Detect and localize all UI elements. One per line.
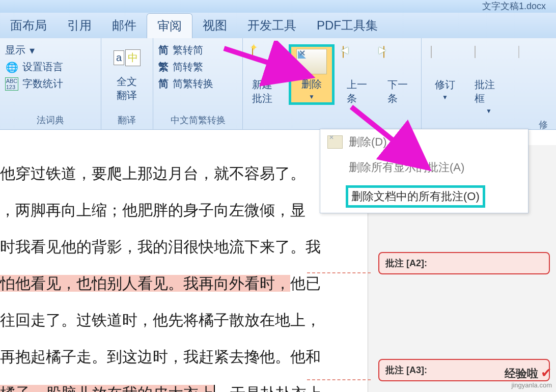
- tab-pdf[interactable]: PDF工具集: [307, 13, 388, 38]
- group-label-convert: 中文简繁转换: [158, 112, 237, 129]
- window-title: 文字文稿1.docx: [482, 0, 546, 13]
- delete-icon: [296, 49, 327, 74]
- group-convert: 简繁转简 繁简转繁 简简繁转换 中文简繁转换: [153, 38, 243, 129]
- dd-delete-all-wrap: 删除文档中的所有批注(O): [320, 180, 528, 213]
- track-changes-button[interactable]: 修订 ▼: [427, 44, 463, 117]
- prev-comment-button[interactable]: 上一 条: [339, 44, 375, 107]
- show-markup[interactable]: 显示▾: [5, 43, 63, 57]
- simp-trad-convert[interactable]: 简简繁转换: [158, 77, 213, 91]
- comment-a2[interactable]: 批注 [A2]:: [378, 252, 550, 274]
- trad-to-simp[interactable]: 简繁转简: [158, 43, 213, 57]
- ribbon-tabs: 面布局 引用 邮件 审阅 视图 开发工具 PDF工具集: [0, 13, 556, 38]
- highlight-delete: 删除 ▼: [289, 44, 335, 105]
- comment-connector: [307, 379, 371, 380]
- tab-layout[interactable]: 面布局: [0, 13, 57, 38]
- next-comment-button[interactable]: 下一 条: [379, 44, 416, 107]
- balloons-button[interactable]: 批注框 ▼: [470, 44, 507, 117]
- delete-dropdown: 删除(D) 删除所有显示的批注(A) 删除文档中的所有批注(O): [320, 129, 529, 213]
- simp-to-trad[interactable]: 繁简转繁: [158, 60, 213, 74]
- track-icon: [431, 46, 459, 75]
- translate-button[interactable]: a 中 全文 翻译: [108, 41, 145, 112]
- set-language[interactable]: 🌐 设置语言: [5, 60, 63, 74]
- translate-icon: a 中: [113, 43, 141, 72]
- group-proofing: 显示▾ 🌐 设置语言 ABC123 字数统计 法词典: [0, 38, 101, 129]
- doc-icon: [518, 46, 547, 75]
- comment-connector: [307, 272, 371, 273]
- chevron-down-icon: ▼: [442, 94, 448, 101]
- prev-icon: [343, 46, 371, 75]
- ribbon: 显示▾ 🌐 设置语言 ABC123 字数统计 法词典 a 中 全文 翻译: [0, 38, 556, 130]
- chevron-down-icon: ▼: [309, 93, 315, 100]
- group-translate: a 中 全文 翻译 翻译: [101, 38, 154, 129]
- next-icon: [383, 46, 412, 75]
- tab-devtools[interactable]: 开发工具: [237, 13, 307, 38]
- tab-review[interactable]: 审阅: [147, 13, 192, 38]
- check-icon: ✔: [541, 365, 552, 380]
- chevron-down-icon: ▼: [486, 107, 492, 115]
- dd-delete-all[interactable]: 删除文档中的所有批注(O): [346, 185, 485, 208]
- delete-icon: [327, 135, 343, 149]
- group-tracking: 修订 ▼ 批注框 ▼ 修: [422, 38, 556, 129]
- more-track[interactable]: [514, 44, 551, 117]
- dd-delete[interactable]: 删除(D): [320, 129, 528, 155]
- balloon-icon: [475, 46, 503, 75]
- group-label-proof: 法词典: [5, 112, 96, 129]
- dd-delete-shown[interactable]: 删除所有显示的批注(A): [320, 155, 528, 180]
- new-comment-icon: [252, 46, 281, 75]
- word-count[interactable]: ABC123 字数统计: [5, 77, 63, 91]
- delete-comment-button[interactable]: 删除 ▼: [292, 48, 331, 101]
- group-comments: 新建批注 删除 ▼ 上一 条 下一 条: [243, 38, 422, 129]
- watermark: 经验啦 ✔ jingyanla.com: [505, 365, 552, 389]
- globe-icon: 🌐: [5, 61, 18, 74]
- titlebar: 文字文稿1.docx: [0, 0, 556, 13]
- tab-references[interactable]: 引用: [57, 13, 102, 38]
- group-label-translate: 翻译: [106, 112, 148, 129]
- count-icon: ABC123: [5, 77, 18, 91]
- tab-view[interactable]: 视图: [192, 13, 237, 38]
- new-comment-button[interactable]: 新建批注: [248, 44, 285, 107]
- document-text[interactable]: 他穿过铁道，要爬上那边月台，就不容易了。 ，两脚再向上缩；他肥胖的身子向左微倾，…: [0, 145, 368, 392]
- tab-mail[interactable]: 邮件: [102, 13, 147, 38]
